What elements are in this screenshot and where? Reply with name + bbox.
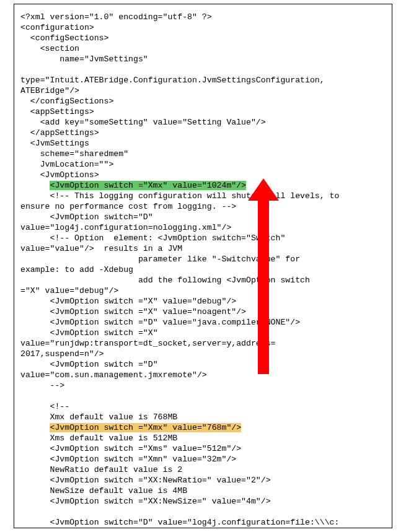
code-line: scheme="sharedmem" [20, 149, 128, 159]
arrow-up-icon [248, 178, 279, 201]
highlight-yellow-line: <JvmOption switch ="Xmx" value="768m"/> [50, 423, 241, 432]
code-line: <configuration> [20, 23, 94, 32]
code-line: name="JvmSettings" [20, 55, 148, 64]
code-line: <?xml version="1.0" encoding="utf-8" ?> [20, 12, 212, 22]
arrow-shaft [258, 197, 269, 374]
code-line: </appSettings> [20, 128, 99, 137]
highlight-green-line: <JvmOption switch ="Xmx" value="1024m"/> [50, 181, 246, 190]
code-line: value="com.sun.management.jmxremote"/> [20, 370, 207, 380]
code-line: value="runjdwp:transport=dt_socket,serve… [20, 339, 276, 348]
code-line: <JvmOption switch ="X" value="debug"/> [20, 297, 236, 306]
code-line: JvmLocation=""> [20, 160, 113, 169]
code-line: type="Intuit.ATEBridge.Configuration.Jvm… [20, 76, 325, 85]
code-line: <JvmOption switch="D" value="log4j.confi… [20, 518, 339, 527]
code-line: ATEBridge"/> [20, 86, 79, 95]
code-line: <JvmOption switch ="X" [20, 328, 158, 338]
code-line: <!-- This logging configuration will shu… [20, 191, 339, 201]
code-line: <JvmOption switch="D" [20, 212, 153, 222]
code-frame: <?xml version="1.0" encoding="utf-8" ?> … [14, 4, 392, 528]
code-line: <!-- [20, 402, 69, 411]
code-line: <appSettings> [20, 107, 94, 116]
code-line: --> [20, 381, 64, 390]
code-line: </configSections> [20, 97, 113, 106]
page: <?xml version="1.0" encoding="utf-8" ?> … [0, 0, 406, 532]
code-line: ="X" value="debug"/> [20, 286, 118, 295]
code-line: <JvmSettings [20, 139, 89, 148]
xml-code-block: <?xml version="1.0" encoding="utf-8" ?> … [20, 12, 386, 528]
code-line: <JvmOption switch ="D" [20, 360, 158, 369]
code-line: <add key="someSetting" value="Setting Va… [20, 118, 266, 127]
code-line: <JvmOption switch ="XX:NewSize=" value="… [20, 497, 271, 506]
code-line: 2017,suspend=n"/> [20, 349, 104, 359]
code-line: <JvmOption switch ="XX:NewRatio=" value=… [20, 476, 271, 485]
code-line: NewRatio default value is 2 [20, 465, 182, 474]
code-line: value="log4j.configuration=nologging.xml… [20, 223, 231, 232]
code-line: <JvmOption switch ="Xmn" value="32m"/> [20, 455, 236, 464]
code-line: Xmx default value is 768MB [20, 412, 177, 422]
code-leading-space [20, 423, 50, 432]
code-line: <JvmOption switch ="Xms" value="512m"/> [20, 444, 241, 453]
code-line: Xms default value is 512MB [20, 434, 177, 443]
code-line: <JvmOption switch ="X" value="noagent"/> [20, 307, 246, 316]
code-line: <configSections> [20, 33, 108, 43]
code-line: value="value"/> results in a JVM [20, 244, 182, 253]
code-line: <JvmOptions> [20, 170, 99, 180]
code-line: <!-- Option element: <JvmOption switch="… [20, 233, 285, 243]
code-line: ensure no performance cost from logging.… [20, 202, 236, 211]
code-line: NewSize default value is 4MB [20, 486, 187, 495]
code-line: <section [20, 44, 79, 53]
code-line: example: to add -Xdebug [20, 265, 133, 274]
